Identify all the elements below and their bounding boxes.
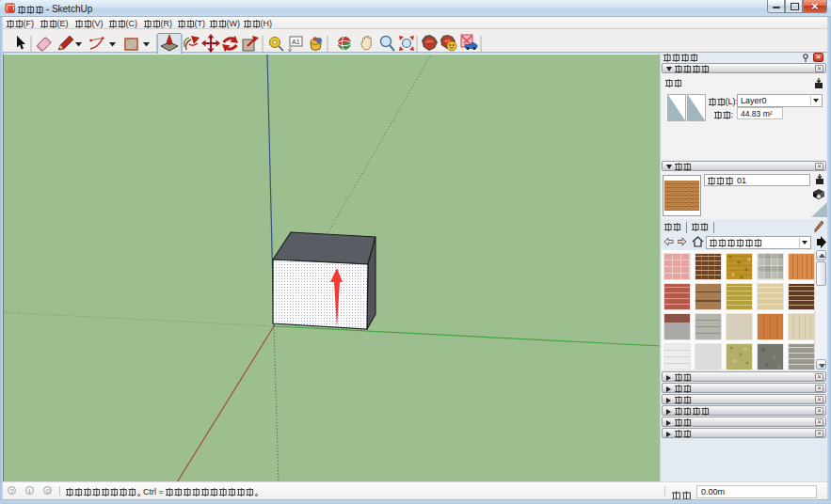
svg-text:A1: A1	[292, 39, 300, 45]
